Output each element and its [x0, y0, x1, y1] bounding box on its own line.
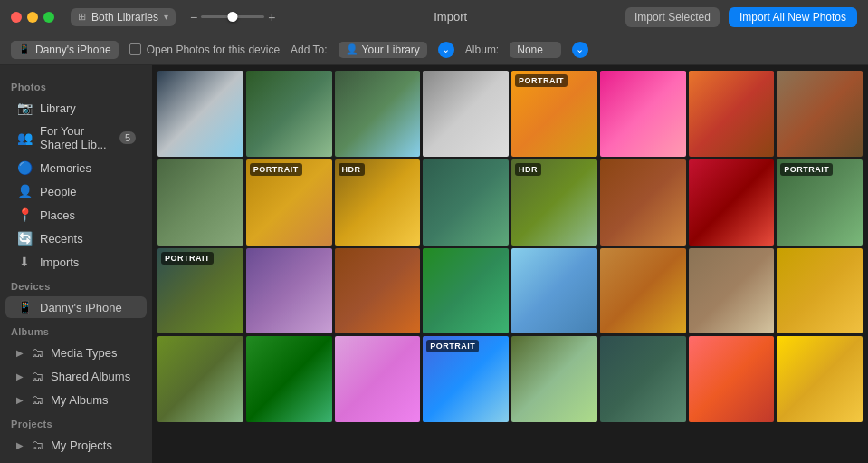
- photo-image: [246, 71, 332, 157]
- sidebar-places-label: Places: [40, 208, 136, 222]
- sidebar-memories-label: Memories: [40, 161, 136, 175]
- photo-cell[interactable]: [157, 71, 243, 157]
- sidebar-shared-albums-label: Shared Albums: [51, 370, 130, 383]
- shared-badge: 5: [119, 131, 136, 144]
- photo-cell[interactable]: [335, 248, 421, 334]
- photo-cell[interactable]: [689, 248, 775, 334]
- photo-cell[interactable]: PORTRAIT: [157, 248, 243, 334]
- sidebar-item-imports[interactable]: ⬇ Imports: [5, 251, 147, 273]
- photo-cell[interactable]: [689, 71, 775, 157]
- device-bar: 📱 Danny's iPhone Open Photos for this de…: [0, 34, 868, 65]
- sidebar-item-shared-albums[interactable]: ▶ 🗂 Shared Albums: [5, 365, 147, 387]
- open-photos-checkbox-container[interactable]: Open Photos for this device: [129, 43, 280, 56]
- album-label: Album:: [465, 43, 499, 56]
- photo-cell[interactable]: [335, 336, 421, 422]
- iphone-icon: 📱: [16, 300, 33, 314]
- photo-cell[interactable]: [777, 248, 863, 334]
- photo-cell[interactable]: [423, 71, 509, 157]
- photo-cell[interactable]: [777, 336, 863, 422]
- portrait-badge: PORTRAIT: [426, 340, 479, 352]
- sidebar-item-iphone[interactable]: 📱 Danny's iPhone: [5, 296, 147, 318]
- photo-cell[interactable]: [689, 159, 775, 246]
- portrait-badge: PORTRAIT: [780, 163, 833, 176]
- sidebar-item-media-types[interactable]: ▶ 🗂 Media Types: [5, 342, 147, 363]
- sidebar-item-memories[interactable]: 🔵 Memories: [5, 157, 147, 178]
- photo-cell[interactable]: PORTRAIT: [246, 159, 332, 246]
- folder-icon: 🗂: [29, 345, 45, 360]
- window-title: Import: [284, 10, 615, 24]
- photo-cell[interactable]: HDR: [511, 159, 597, 246]
- photo-cell[interactable]: [777, 71, 863, 157]
- photo-cell[interactable]: [246, 71, 332, 157]
- portrait-badge: PORTRAIT: [161, 252, 214, 265]
- sidebar-library-label: Library: [40, 101, 136, 115]
- photo-cell[interactable]: [600, 336, 686, 422]
- photo-image: [777, 248, 863, 334]
- chevron-right-icon4: ▶: [16, 440, 24, 450]
- sidebar-item-library[interactable]: 📷 Library: [5, 97, 147, 119]
- photo-cell[interactable]: PORTRAIT: [777, 159, 863, 246]
- person-icon: 👤: [346, 43, 358, 55]
- library-selector[interactable]: ⊞ Both Libraries ▾: [71, 8, 176, 26]
- zoom-out-icon[interactable]: −: [190, 10, 197, 24]
- people-icon: 👤: [16, 184, 33, 198]
- library-icon: ⊞: [78, 11, 86, 23]
- photo-image: [689, 159, 775, 246]
- titlebar: ⊞ Both Libraries ▾ − + Import Import Sel…: [0, 0, 868, 34]
- device-tab[interactable]: 📱 Danny's iPhone: [11, 41, 119, 59]
- photo-cell[interactable]: [423, 159, 509, 246]
- photo-cell[interactable]: [600, 159, 686, 246]
- photo-image: [600, 248, 686, 334]
- photo-cell[interactable]: PORTRAIT: [511, 71, 597, 157]
- zoom-slider[interactable]: [201, 15, 264, 18]
- places-icon: 📍: [16, 207, 33, 222]
- album-chevron-button[interactable]: ⌄: [572, 42, 588, 58]
- album-selector[interactable]: None: [510, 42, 561, 58]
- maximize-button[interactable]: [43, 12, 54, 23]
- photo-cell[interactable]: [157, 159, 243, 246]
- import-all-button[interactable]: Import All New Photos: [729, 7, 857, 27]
- sidebar-item-shared-lib[interactable]: 👥 For Your Shared Lib... 5: [5, 121, 147, 155]
- add-to-chevron-button[interactable]: ⌄: [438, 42, 454, 58]
- photo-image: [511, 336, 597, 422]
- sidebar-iphone-label: Danny's iPhone: [40, 301, 136, 314]
- photo-image: [689, 71, 775, 157]
- chevron-right-icon: ▶: [16, 348, 24, 358]
- photo-image: [246, 336, 332, 422]
- photo-cell[interactable]: [157, 336, 243, 422]
- photo-cell[interactable]: [423, 248, 509, 334]
- photo-cell[interactable]: [246, 336, 332, 422]
- device-name: Danny's iPhone: [35, 43, 111, 56]
- album-value: None: [517, 43, 543, 56]
- photo-cell[interactable]: [511, 336, 597, 422]
- phone-icon: 📱: [18, 43, 31, 55]
- sidebar-my-projects-label: My Projects: [51, 439, 112, 452]
- photo-cell[interactable]: [246, 248, 332, 334]
- photo-cell[interactable]: [511, 248, 597, 334]
- photo-cell[interactable]: HDR: [335, 159, 421, 246]
- hdr-badge: HDR: [515, 163, 541, 176]
- photo-image: [335, 71, 421, 157]
- chevron-right-icon2: ▶: [16, 371, 24, 381]
- open-photos-checkbox[interactable]: [129, 43, 141, 55]
- sidebar-item-my-albums[interactable]: ▶ 🗂 My Albums: [5, 389, 147, 410]
- add-to-selector[interactable]: 👤 Your Library: [339, 42, 427, 58]
- zoom-in-icon[interactable]: +: [268, 10, 275, 24]
- albums-section-title: Albums: [0, 319, 152, 341]
- photo-image: [157, 336, 243, 422]
- photo-cell[interactable]: [335, 71, 421, 157]
- photo-image: [335, 248, 421, 334]
- photo-grid-container: PORTRAITPORTRAITHDRHDRPORTRAITPORTRAITPO…: [152, 65, 868, 463]
- imports-icon: ⬇: [16, 255, 33, 269]
- photo-cell[interactable]: [689, 336, 775, 422]
- photo-cell[interactable]: [600, 248, 686, 334]
- sidebar-item-recents[interactable]: 🔄 Recents: [5, 227, 147, 249]
- sidebar-item-people[interactable]: 👤 People: [5, 180, 147, 202]
- photo-cell[interactable]: [600, 71, 686, 157]
- close-button[interactable]: [11, 12, 22, 23]
- minimize-button[interactable]: [27, 12, 38, 23]
- photo-cell[interactable]: PORTRAIT: [423, 336, 509, 422]
- sidebar-item-my-projects[interactable]: ▶ 🗂 My Projects: [5, 434, 147, 456]
- sidebar-item-places[interactable]: 📍 Places: [5, 204, 147, 226]
- import-selected-button[interactable]: Import Selected: [625, 7, 720, 27]
